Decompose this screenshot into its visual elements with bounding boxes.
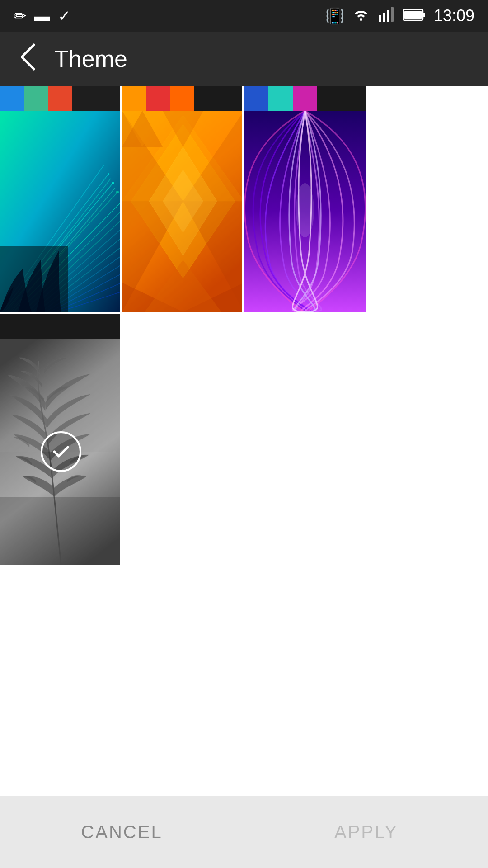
theme-item-purple[interactable] <box>244 86 366 312</box>
svg-rect-6 <box>404 11 422 19</box>
svg-rect-2 <box>387 10 389 22</box>
svg-rect-3 <box>391 7 394 22</box>
swatch-blue <box>0 86 24 111</box>
theme-grid-row-2 <box>0 314 488 565</box>
theme-4-top-bar <box>0 314 120 339</box>
image-icon: ▬ <box>34 7 50 25</box>
svg-rect-52 <box>0 497 122 565</box>
content-spacer <box>0 565 488 745</box>
swatch-warm-red <box>170 86 194 111</box>
back-button[interactable] <box>14 38 41 80</box>
cancel-button[interactable]: CANCEL <box>0 796 244 868</box>
swatch-blue-dark <box>244 86 268 111</box>
swatch-green <box>24 86 48 111</box>
theme-2-swatches <box>122 86 242 111</box>
app-header: Theme <box>0 32 488 86</box>
battery-icon <box>403 7 426 25</box>
status-bar-right: 📳 13:09 <box>325 5 474 26</box>
svg-point-28 <box>112 182 114 184</box>
status-bar-left: ✏ ▬ ✓ <box>14 7 70 25</box>
vibrate-icon: 📳 <box>325 7 344 25</box>
svg-rect-0 <box>379 15 381 22</box>
wifi-icon <box>352 5 370 26</box>
svg-point-49 <box>296 183 314 237</box>
theme-3-preview-svg <box>244 111 366 312</box>
theme-grid-row-1 <box>0 86 488 312</box>
action-bar: CANCEL APPLY <box>0 796 488 868</box>
swatch-orange <box>122 86 146 111</box>
edit-icon: ✏ <box>14 7 26 25</box>
status-bar: ✏ ▬ ✓ 📳 13:09 <box>0 0 488 32</box>
swatch-dark <box>194 86 242 111</box>
svg-point-30 <box>108 173 109 175</box>
page-title: Theme <box>54 45 127 72</box>
theme-item-blue-green[interactable] <box>0 86 122 312</box>
swatch-magenta <box>293 86 317 111</box>
swatch-dark <box>72 86 120 111</box>
theme-2-preview-svg <box>122 111 244 312</box>
status-time: 13:09 <box>434 6 474 25</box>
theme-3-swatches <box>244 86 366 111</box>
swatch-red-orange <box>146 86 170 111</box>
svg-rect-5 <box>423 13 425 17</box>
swatch-red <box>48 86 72 111</box>
theme-item-bw[interactable] <box>0 314 122 565</box>
signal-icon <box>378 5 395 26</box>
swatch-teal <box>268 86 293 111</box>
svg-point-26 <box>116 191 119 193</box>
theme-item-orange[interactable] <box>122 86 244 312</box>
svg-rect-1 <box>383 13 385 22</box>
check-icon: ✓ <box>58 7 70 25</box>
theme-1-preview-svg <box>0 111 122 312</box>
theme-1-swatches <box>0 86 120 111</box>
empty-grid-space <box>122 314 488 565</box>
selected-badge <box>41 431 81 472</box>
apply-button[interactable]: APPLY <box>244 796 488 868</box>
swatch-dark <box>317 86 366 111</box>
